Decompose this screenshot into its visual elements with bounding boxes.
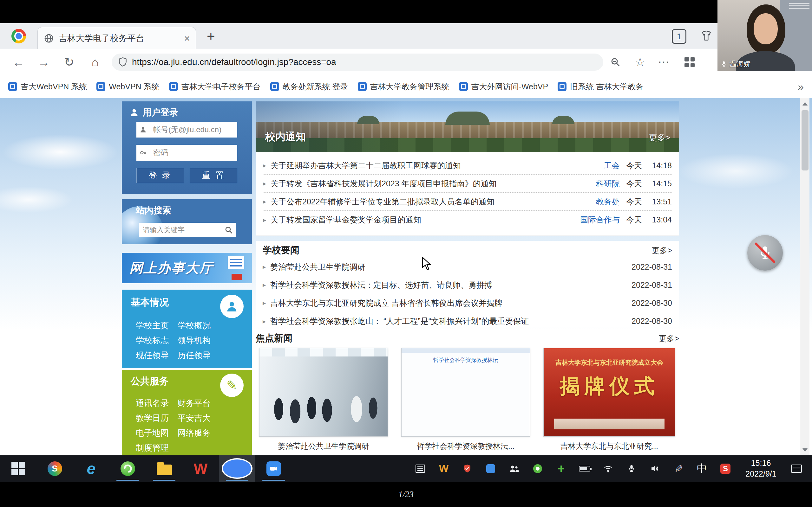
taskbar-360-browser[interactable] xyxy=(109,455,146,482)
taskbar-clock[interactable]: 15:16 2022/9/1 xyxy=(737,458,785,480)
notice-row[interactable]: 关于转发国家留学基金委奖学金项目的通知 国际合作与 今天 13:04 xyxy=(263,211,672,229)
service-hall-banner[interactable]: 网上办事大厅 xyxy=(122,253,252,283)
notices-more-link[interactable]: 更多> xyxy=(649,132,670,143)
news-header: 学校要闻 更多> xyxy=(263,243,672,258)
focus-caption[interactable]: 哲学社会科学资深教授林沄... xyxy=(401,441,530,451)
notice-row[interactable]: 关于延期举办吉林大学第二十二届教职工网球赛的通知 工会 今天 14:18 xyxy=(263,157,672,175)
service-link[interactable]: 网络服务 xyxy=(177,428,211,439)
notice-row[interactable]: 关于转发《吉林省科技发展计划2023 年度项目申报指南》的通知 科研院 今天 1… xyxy=(263,175,672,193)
account-input[interactable] xyxy=(153,125,234,134)
bookmark-item[interactable]: 吉大外网访问-WebVP xyxy=(459,81,548,92)
bookmark-item[interactable]: WebVPN 系统 xyxy=(96,81,159,92)
bookmark-favicon xyxy=(459,82,468,91)
scroll-down-arrow[interactable] xyxy=(800,445,810,455)
bookmark-item[interactable]: 吉大WebVPN 系统 xyxy=(8,81,87,92)
address-bar[interactable]: https://oa.jlu.edu.cn/defaultroot/login.… xyxy=(112,54,603,71)
service-link[interactable]: 教学日历 xyxy=(136,412,169,424)
bookmark-favicon xyxy=(169,82,178,91)
taskbar-wps-writer[interactable]: W xyxy=(183,455,219,482)
focus-caption[interactable]: 姜治莹赴公共卫生学院调研 xyxy=(259,441,388,451)
start-button[interactable] xyxy=(0,455,37,482)
tab-close-icon[interactable]: × xyxy=(184,33,190,43)
contacts-app-icon[interactable] xyxy=(502,455,526,482)
bookmark-favicon xyxy=(8,82,17,91)
key-icon xyxy=(140,149,147,157)
focus-caption[interactable]: 吉林大学东北与东北亚研究... xyxy=(543,441,675,451)
scroll-up-arrow[interactable] xyxy=(800,98,810,109)
site-search-button[interactable] xyxy=(221,223,236,237)
bookmark-item[interactable]: 吉林大学教务管理系统 xyxy=(358,81,450,92)
pen-icon[interactable]: ✎ xyxy=(667,455,690,482)
news-section-title: 学校要闻 xyxy=(263,244,299,257)
password-input[interactable] xyxy=(153,148,234,157)
basic-link[interactable]: 历任领导 xyxy=(177,350,211,361)
reload-button[interactable]: ↻ xyxy=(60,53,78,71)
theme-shirt-icon[interactable] xyxy=(699,30,714,42)
battery-icon[interactable] xyxy=(573,455,596,482)
service-link[interactable]: 通讯名录 xyxy=(136,398,169,409)
service-link[interactable]: 制度管理 xyxy=(136,442,169,453)
news-more-link[interactable]: 更多> xyxy=(652,245,672,256)
news-row[interactable]: 吉林大学东北与东北亚研究院成立 吉林省省长韩俊出席会议并揭牌 2022-08-3… xyxy=(263,294,672,312)
scrollbar-thumb[interactable] xyxy=(802,110,809,170)
bookmark-item[interactable]: 吉林大学电子校务平台 xyxy=(169,81,261,92)
site-search-panel: 站内搜索 xyxy=(122,199,252,244)
apps-grid-icon[interactable] xyxy=(681,53,699,71)
tab-bar: 吉林大学电子校务平台 × + 1 xyxy=(0,23,812,49)
site-search-title: 站内搜索 xyxy=(136,205,171,216)
tab-title: 吉林大学电子校务平台 xyxy=(59,33,180,44)
windows-taskbar: S e W W xyxy=(0,455,812,482)
security-shield-icon[interactable] xyxy=(455,455,479,482)
new-tab-button[interactable]: + xyxy=(207,28,215,44)
news-row[interactable]: 哲学社会科学资深教授张屹山： “人才工程”是“文科振兴计划”的最重要保证 202… xyxy=(263,312,672,330)
wps-tray-icon[interactable]: W xyxy=(432,455,455,482)
search-icon xyxy=(224,226,233,234)
mute-mic-button[interactable] xyxy=(747,235,783,271)
taskbar-file-explorer[interactable] xyxy=(146,455,183,482)
basic-link[interactable]: 学校标志 xyxy=(136,335,169,346)
news-row[interactable]: 姜治莹赴公共卫生学院调研 2022-08-31 xyxy=(263,258,672,276)
taskbar-internet-explorer[interactable]: e xyxy=(73,455,109,482)
service-link[interactable]: 电子地图 xyxy=(136,428,169,439)
basic-link[interactable]: 学校主页 xyxy=(136,320,169,331)
notice-row[interactable]: 关于公布2022年辅修学士学位专业第二批拟录取人员名单的通知 教务处 今天 13… xyxy=(263,193,672,211)
home-button[interactable]: ⌂ xyxy=(86,53,104,71)
page-scrollbar[interactable] xyxy=(800,98,809,455)
taskbar-sogou-search[interactable]: S xyxy=(37,455,73,482)
sogou-ime-icon[interactable]: S xyxy=(714,455,737,482)
bookmarks-overflow-chevron[interactable]: » xyxy=(798,80,804,93)
bookmark-item[interactable]: 教务处新系统 登录 xyxy=(270,81,348,92)
tab-count-box[interactable]: 1 xyxy=(672,29,687,44)
focus-more-link[interactable]: 更多> xyxy=(658,333,679,344)
mic-tray-icon[interactable] xyxy=(620,455,643,482)
volume-icon[interactable] xyxy=(643,455,667,482)
taskbar-chrome-browser[interactable] xyxy=(219,455,255,482)
zoom-icon[interactable] xyxy=(606,53,624,71)
focus-card-slide[interactable]: 哲学社会科学资深教授林沄 xyxy=(401,348,530,437)
basic-link[interactable]: 现任领导 xyxy=(136,350,169,361)
back-button[interactable]: ← xyxy=(9,53,27,71)
service-link[interactable]: 财务平台 xyxy=(177,398,211,409)
news-row[interactable]: 哲学社会科学资深教授林沄：定目标、选好苗、请良师、勇拼搏 2022-08-31 xyxy=(263,276,672,294)
ime-language-icon[interactable]: 中 xyxy=(690,455,714,482)
add-app-icon[interactable]: + xyxy=(549,455,573,482)
focus-card-ceremony[interactable]: 吉林大学东北与东北亚研究院成立大会 揭牌仪式 xyxy=(543,348,675,437)
login-button[interactable]: 登 录 xyxy=(136,168,184,183)
service-link[interactable]: 平安吉大 xyxy=(177,412,211,424)
bookmark-item[interactable]: 旧系统 吉林大学教务 xyxy=(558,81,644,92)
site-search-input[interactable] xyxy=(139,223,221,237)
wifi-icon[interactable] xyxy=(596,455,620,482)
bookmark-star-icon[interactable]: ☆ xyxy=(631,53,649,71)
taskbar-meeting-app[interactable] xyxy=(255,455,292,482)
notification-center-icon[interactable] xyxy=(785,455,808,482)
focus-card-corridor[interactable] xyxy=(259,348,388,437)
more-menu-icon[interactable]: ⋯ xyxy=(655,53,672,71)
docs-app-icon[interactable] xyxy=(479,455,502,482)
news-feed-icon[interactable] xyxy=(409,455,432,482)
basic-link[interactable]: 学校概况 xyxy=(177,320,211,331)
green-app-icon[interactable] xyxy=(526,455,549,482)
basic-link[interactable]: 领导机构 xyxy=(177,335,211,346)
forward-button[interactable]: → xyxy=(35,53,53,71)
reset-button[interactable]: 重 置 xyxy=(190,168,237,183)
tab-jlu-oa[interactable]: 吉林大学电子校务平台 × xyxy=(38,27,196,49)
